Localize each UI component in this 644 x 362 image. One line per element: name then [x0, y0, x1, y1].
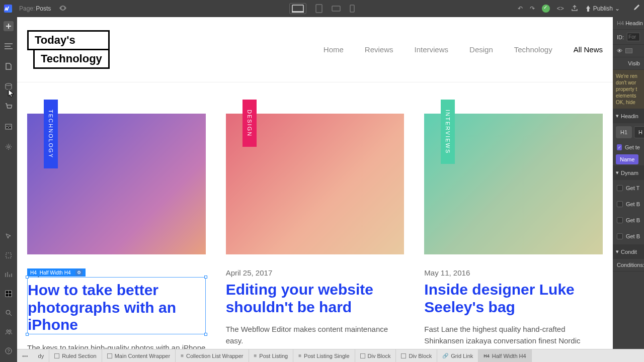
nav-item-reviews[interactable]: Reviews [365, 45, 393, 54]
site-nav: HomeReviewsInterviewsDesignTechnologyAll… [324, 45, 603, 54]
breadcrumb-item[interactable]: Div Block [355, 349, 396, 362]
post-card[interactable]: TECHNOLOGYMay 2, 2017H4 Half Width H4⚙Ho… [27, 100, 206, 349]
post-category-tag[interactable]: INTERVIEWS [441, 100, 455, 164]
post-title[interactable]: Editing your website shouldn't be hard [226, 281, 405, 316]
selection-handle[interactable] [26, 333, 29, 336]
grid-icon[interactable] [4, 289, 14, 299]
dynamic-binding-item[interactable]: Get T [613, 180, 644, 196]
id-input[interactable] [627, 33, 640, 41]
assets-icon[interactable] [4, 122, 14, 132]
hint-box: We're ren don't wor property t elements … [613, 70, 644, 109]
redo-icon[interactable]: ↷ [530, 5, 535, 12]
selection-label[interactable]: H4 Half Width H4⚙ [27, 268, 86, 277]
tablet-landscape-icon[interactable] [332, 3, 341, 14]
svg-point-10 [7, 330, 9, 332]
eye-icon[interactable]: 👁 [617, 48, 622, 54]
page-label: Page: [19, 5, 35, 12]
h-button[interactable]: H [634, 126, 644, 138]
post-title[interactable]: How to take better photographs with an i… [28, 282, 205, 334]
id-label: ID: [617, 34, 624, 40]
post-card[interactable]: DESIGNApril 25, 2017Editing your website… [226, 100, 405, 349]
cms-icon[interactable] [4, 81, 14, 92]
post-date: April 25, 2017 [226, 268, 405, 277]
breadcrumb-item[interactable]: dy [33, 349, 50, 362]
breadcrumb-item[interactable]: 🔗Grid Link [437, 349, 478, 362]
dynamic-binding-item[interactable]: Get B [613, 196, 644, 212]
svg-point-7 [8, 146, 10, 148]
desktop-icon[interactable] [289, 3, 306, 14]
dynamic-section[interactable]: ▾Dynam [613, 165, 644, 180]
preview-icon[interactable] [59, 5, 67, 12]
pages-icon[interactable] [4, 61, 14, 71]
help-icon[interactable]: ? [4, 346, 14, 356]
gear-icon[interactable]: ⚙ [75, 269, 83, 276]
selection-handle[interactable] [204, 276, 207, 279]
breadcrumb-item[interactable]: Main Content Wrapper [102, 349, 176, 362]
settings-icon[interactable] [4, 142, 14, 152]
get-text-row[interactable]: ✓Get te [613, 141, 644, 153]
navigator-icon[interactable] [4, 41, 14, 51]
audit-icon[interactable] [4, 269, 14, 280]
svg-rect-0 [292, 5, 303, 12]
nav-item-interviews[interactable]: Interviews [415, 45, 449, 54]
select-tool-icon[interactable] [4, 231, 14, 241]
ecommerce-icon[interactable] [4, 102, 14, 112]
post-thumbnail[interactable]: DESIGN [226, 114, 405, 254]
selected-element[interactable]: H4 Half Width H4⚙How to take better phot… [27, 277, 206, 334]
visibility-swatch[interactable] [625, 48, 632, 53]
breadcrumb-more-icon[interactable]: ••• [17, 353, 33, 359]
conditions-label: Conditions: [613, 259, 644, 272]
code-icon[interactable]: <> [557, 5, 564, 12]
users-icon[interactable] [4, 327, 14, 337]
nav-item-home[interactable]: Home [324, 45, 344, 54]
publish-button[interactable]: Publish ⌄ [585, 5, 620, 12]
post-thumbnail[interactable]: INTERVIEWS [424, 114, 603, 254]
checkbox-icon[interactable] [617, 185, 623, 191]
dynamic-binding-item[interactable]: Get B [613, 212, 644, 228]
link-icon: 🔗 [442, 353, 448, 358]
nav-item-all-news[interactable]: All News [574, 45, 603, 54]
site-logo[interactable]: Today's Technology [27, 30, 110, 69]
selection-handle[interactable] [26, 276, 29, 279]
style-tool-icon[interactable] [4, 250, 14, 260]
breadcrumb-item[interactable]: Ruled Section [49, 349, 102, 362]
conditions-section[interactable]: ▾Condit [613, 244, 644, 259]
post-category-tag[interactable]: TECHNOLOGY [44, 100, 58, 168]
phone-icon[interactable] [350, 3, 355, 14]
h4-icon: H4 [484, 353, 490, 358]
page-name[interactable]: Posts [36, 5, 51, 12]
webflow-logo-icon[interactable] [4, 5, 12, 13]
breadcrumb-item[interactable]: ≡Collection List Wrapper [176, 349, 249, 362]
export-icon[interactable] [571, 5, 578, 13]
post-category-tag[interactable]: DESIGN [243, 100, 257, 147]
h1-button[interactable]: H1 [616, 126, 632, 138]
checkbox-icon[interactable] [617, 201, 623, 207]
canvas[interactable]: Today's Technology HomeReviewsInterviews… [17, 17, 613, 349]
breadcrumb-item[interactable]: ≡Post Listing [249, 349, 294, 362]
checkbox-icon[interactable] [617, 233, 623, 239]
breadcrumb-item[interactable]: ≡Post Listing Single [293, 349, 355, 362]
post-date: May 11, 2016 [424, 268, 603, 277]
left-toolbar: ? [0, 17, 17, 362]
undo-icon[interactable]: ↶ [518, 5, 523, 12]
nav-item-design[interactable]: Design [469, 45, 493, 54]
breadcrumb-item[interactable]: Div Block [396, 349, 437, 362]
search-icon[interactable] [4, 308, 14, 318]
selection-handle[interactable] [204, 333, 207, 336]
add-element-icon[interactable] [4, 21, 14, 31]
brush-icon[interactable] [632, 4, 640, 14]
tablet-icon[interactable] [315, 3, 323, 14]
status-ok-icon[interactable] [542, 5, 550, 13]
heading-section[interactable]: ▾Headin [613, 109, 644, 123]
name-badge[interactable]: Name [616, 154, 638, 164]
nav-item-technology[interactable]: Technology [514, 45, 552, 54]
dynamic-binding-item[interactable]: Get B [613, 228, 644, 244]
post-thumbnail[interactable]: TECHNOLOGY [27, 114, 206, 254]
breadcrumb-item[interactable]: H4Half Width H4 [478, 349, 531, 362]
list-icon: ≡ [254, 353, 257, 358]
top-bar: Page: Posts ↶ ↷ <> Publish ⌄ [0, 0, 644, 17]
post-title[interactable]: Inside designer Luke Seeley's bag [424, 281, 603, 316]
svg-point-5 [6, 83, 12, 85]
post-card[interactable]: INTERVIEWSMay 11, 2016Inside designer Lu… [424, 100, 603, 349]
checkbox-icon[interactable] [617, 217, 623, 223]
